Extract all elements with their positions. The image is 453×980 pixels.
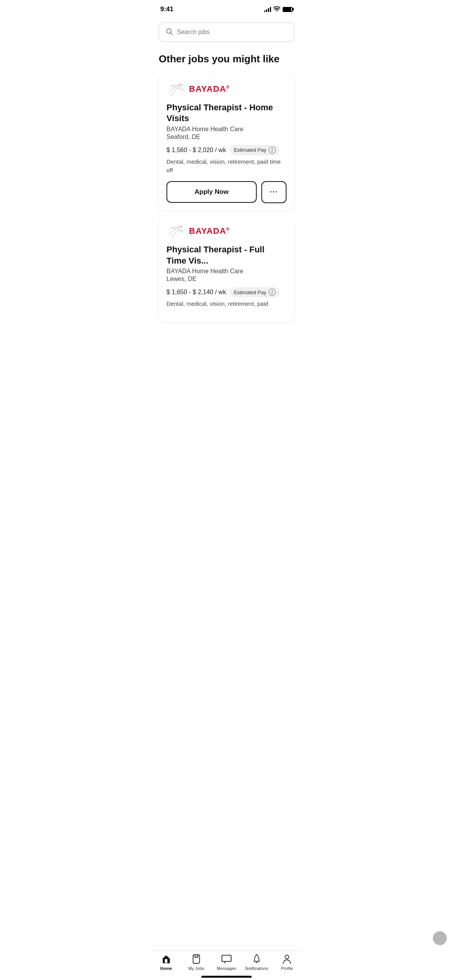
info-icon-2[interactable]: i [269, 289, 276, 296]
nav-label-home: Home [160, 966, 172, 971]
nav-item-notifications[interactable]: Notifications [242, 954, 272, 971]
messages-icon [221, 954, 232, 965]
job-location-2: Lewes, DE [166, 276, 287, 283]
search-icon [165, 27, 173, 37]
bayada-brand-1: BAYADA® [189, 84, 230, 94]
profile-icon [281, 954, 292, 965]
nav-label-profile: Profile [281, 966, 293, 971]
job-benefits-2: Dental, medical, vision, retirement, pai… [166, 300, 287, 308]
svg-point-4 [181, 226, 182, 227]
bayada-bird-icon-1 [166, 81, 186, 97]
notifications-icon [251, 954, 262, 965]
estimated-pay-label-2: Estimated Pay [234, 290, 266, 295]
job-title-2: Physical Therapist - Full Time Vis... [166, 244, 287, 266]
svg-line-2 [171, 33, 173, 35]
nav-item-home[interactable]: Home [151, 954, 181, 971]
job-pay-row-1: $ 1,560 - $ 2,020 / wk Estimated Pay i [166, 145, 287, 155]
signal-icon [264, 7, 271, 12]
company-logo-2: BAYADA® [166, 223, 287, 239]
info-icon-1[interactable]: i [269, 147, 276, 154]
company-logo-1: BAYADA® [166, 81, 287, 97]
status-bar: 9:41 [151, 0, 302, 16]
battery-icon [283, 7, 293, 12]
home-icon [161, 954, 172, 965]
estimated-pay-label-1: Estimated Pay [234, 147, 266, 153]
home-indicator [201, 976, 252, 978]
wifi-icon [273, 6, 280, 13]
more-button-1[interactable]: ··· [261, 181, 287, 203]
search-container [151, 16, 302, 48]
nav-item-myjobs[interactable]: My Jobs [181, 954, 211, 971]
bayada-bird-icon-2 [166, 223, 186, 239]
status-icons [264, 6, 293, 13]
job-pay-2: $ 1,650 - $ 2,140 / wk [166, 289, 226, 296]
svg-point-0 [276, 10, 277, 11]
svg-rect-6 [222, 955, 231, 961]
nav-item-profile[interactable]: Profile [272, 954, 302, 971]
job-benefits-1: Dental, medical, vision, retirement, pai… [166, 158, 287, 175]
section-heading: Other jobs you might like [151, 48, 302, 69]
nav-label-myjobs: My Jobs [189, 966, 204, 971]
job-company-1: BAYADA Home Health Care [166, 126, 287, 133]
job-pay-row-2: $ 1,650 - $ 2,140 / wk Estimated Pay i [166, 287, 287, 297]
job-actions-1: Apply Now ··· [166, 181, 287, 203]
search-input-wrapper[interactable] [159, 22, 294, 42]
job-location-1: Seaford, DE [166, 134, 287, 140]
nav-label-notifications: Notifications [245, 966, 268, 971]
status-time: 9:41 [160, 5, 173, 13]
job-title-1: Physical Therapist - Home Visits [166, 102, 287, 124]
estimated-pay-badge-2[interactable]: Estimated Pay i [230, 287, 280, 297]
svg-point-3 [181, 84, 182, 85]
job-company-2: BAYADA Home Health Care [166, 268, 287, 275]
job-pay-1: $ 1,560 - $ 2,020 / wk [166, 147, 226, 154]
svg-rect-5 [193, 955, 200, 963]
bayada-brand-2: BAYADA® [189, 226, 230, 236]
nav-item-messages[interactable]: Messages [211, 954, 242, 971]
job-card-2: BAYADA® Physical Therapist - Full Time V… [159, 216, 294, 322]
estimated-pay-badge-1[interactable]: Estimated Pay i [230, 145, 280, 155]
nav-label-messages: Messages [217, 966, 236, 971]
job-card-1: BAYADA® Physical Therapist - Home Visits… [159, 74, 294, 211]
bookmark-icon [191, 954, 202, 965]
apply-button-1[interactable]: Apply Now [166, 181, 257, 203]
svg-point-8 [285, 955, 288, 959]
search-input[interactable] [177, 29, 288, 36]
